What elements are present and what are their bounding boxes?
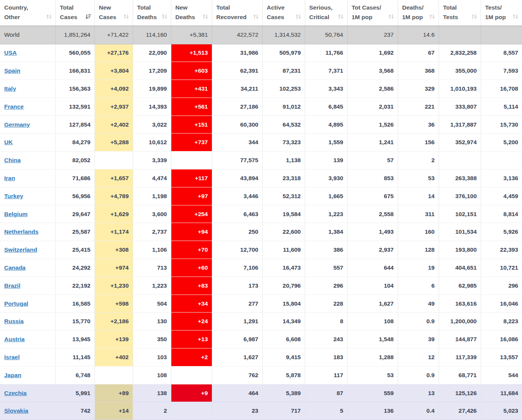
cell-total-tests: 193,800: [439, 241, 481, 259]
country-link[interactable]: Netherlands: [4, 228, 39, 235]
column-header-total-deaths[interactable]: Total Deaths: [133, 0, 171, 26]
cell-total-cases: 82,052: [55, 151, 94, 169]
country-link[interactable]: Italy: [4, 85, 16, 92]
country-link[interactable]: Canada: [4, 264, 26, 271]
country-link[interactable]: Portugal: [4, 300, 28, 307]
column-header-total-recovered[interactable]: Total Recovered: [212, 0, 262, 26]
column-header-serious-critical[interactable]: Serious, Critical: [305, 0, 347, 26]
sort-updown-icon[interactable]: [161, 13, 168, 21]
country-link[interactable]: Israel: [4, 354, 20, 360]
cell-total-deaths: 19,899: [133, 80, 171, 98]
cell-country: Japan: [0, 366, 55, 384]
country-link[interactable]: Russia: [4, 318, 24, 324]
cell-country: Israel: [0, 348, 55, 366]
cell-country: UK: [0, 133, 55, 151]
column-header-total-tests[interactable]: Total Tests: [439, 0, 481, 26]
country-link[interactable]: Iran: [4, 175, 15, 181]
cell-cases-per-1m: 853: [347, 169, 398, 187]
column-header-new-cases[interactable]: New Cases: [94, 0, 133, 26]
column-label: Total Recovered: [216, 3, 247, 22]
country-link[interactable]: Japan: [4, 372, 21, 378]
sort-updown-icon[interactable]: [471, 13, 478, 21]
sort-updown-icon[interactable]: [429, 13, 436, 21]
cell-active-cases: 5,389: [262, 384, 305, 402]
country-link[interactable]: Turkey: [4, 193, 23, 199]
country-link[interactable]: Czechia: [4, 390, 27, 396]
column-label: Country, Other: [4, 3, 28, 22]
cell-cases-per-1m: 57: [347, 151, 398, 169]
cell-total-recovered: 1,291: [212, 313, 262, 330]
cell-new-cases: +1,629: [94, 205, 133, 223]
cell-tests-per-1m: [481, 151, 522, 169]
cell-total-cases: 560,055: [55, 44, 94, 62]
column-header-country[interactable]: Country, Other: [0, 0, 55, 26]
cell-active-cases: 64,532: [262, 116, 305, 133]
column-header-active-cases[interactable]: Active Cases: [262, 0, 305, 26]
cell-tests-per-1m: [481, 26, 522, 44]
cell-deaths-per-1m: 311: [398, 205, 439, 223]
cell-total-deaths: 3,600: [133, 205, 171, 223]
sort-updown-icon[interactable]: [123, 13, 130, 21]
country-link[interactable]: France: [4, 103, 24, 110]
sort-updown-icon[interactable]: [295, 13, 302, 21]
table-row: Israel11,145+402103+21,6279,4151831,2881…: [0, 348, 522, 366]
cell-new-cases: +1,657: [94, 169, 133, 187]
cell-tests-per-1m: 11,684: [481, 384, 522, 402]
sort-updown-icon[interactable]: [388, 13, 395, 21]
country-link[interactable]: Austria: [4, 336, 24, 342]
cell-total-cases: 22,192: [55, 277, 94, 295]
table-row: Spain166,831+3,80417,209+60362,39187,231…: [0, 62, 522, 80]
cell-active-cases: 15,804: [262, 295, 305, 313]
country-link[interactable]: Brazil: [4, 282, 20, 289]
column-header-new-deaths[interactable]: New Deaths: [171, 0, 212, 26]
cell-tests-per-1m: 15,730: [481, 116, 522, 133]
table-row: UK84,279+5,28810,612+73734473,3231,5591,…: [0, 133, 522, 151]
country-link[interactable]: Belgium: [4, 211, 28, 217]
cell-cases-per-1m: 3,568: [347, 62, 398, 80]
cell-new-deaths: +94: [171, 223, 212, 241]
cell-serious-critical: 1,223: [305, 205, 347, 223]
sort-updown-icon[interactable]: [252, 13, 259, 21]
cell-total-deaths: 4,474: [133, 169, 171, 187]
sort-updown-icon[interactable]: [46, 13, 52, 21]
cell-new-deaths: +1,513: [171, 44, 212, 62]
cell-new-cases: +308: [94, 241, 133, 259]
country-link[interactable]: Switzerland: [4, 246, 37, 253]
cell-serious-critical: 243: [305, 330, 347, 348]
column-header-tests-per-1m[interactable]: Tests/ 1M pop: [481, 0, 522, 26]
country-link[interactable]: China: [4, 157, 21, 163]
cell-total-deaths: 114,160: [133, 26, 171, 44]
cell-new-deaths: +151: [171, 116, 212, 133]
cell-active-cases: 52,312: [262, 187, 305, 205]
cell-total-deaths: 713: [133, 259, 171, 277]
sort-desc-icon[interactable]: [85, 13, 91, 21]
column-header-cases-per-1m[interactable]: Tot Cases/ 1M pop: [347, 0, 398, 26]
country-link[interactable]: UK: [4, 139, 13, 145]
country-link[interactable]: USA: [4, 49, 17, 56]
country-link[interactable]: Spain: [4, 67, 20, 74]
column-label: Total Cases: [60, 3, 78, 22]
cell-total-cases: 5,991: [55, 384, 94, 402]
cell-serious-critical: 4,895: [305, 116, 347, 133]
sort-updown-icon[interactable]: [337, 13, 344, 21]
cell-tests-per-1m: 544: [481, 366, 522, 384]
sort-updown-icon[interactable]: [202, 13, 209, 21]
sort-updown-icon[interactable]: [512, 13, 519, 21]
covid-stats-table: Country, OtherTotal CasesNew CasesTotal …: [0, 0, 522, 420]
country-link[interactable]: Germany: [4, 121, 30, 128]
cell-total-recovered: 43,894: [212, 169, 262, 187]
cell-total-cases: 29,647: [55, 205, 94, 223]
cell-tests-per-1m: 5,114: [481, 98, 522, 116]
cell-serious-critical: 3,930: [305, 169, 347, 187]
cell-tests-per-1m: 22,393: [481, 241, 522, 259]
cell-country: Spain: [0, 62, 55, 80]
cell-deaths-per-1m: 156: [398, 133, 439, 151]
column-header-deaths-per-1m[interactable]: Deaths/ 1M pop: [398, 0, 439, 26]
cell-country: Austria: [0, 330, 55, 348]
cell-deaths-per-1m: 19: [398, 259, 439, 277]
country-link[interactable]: Slovakia: [4, 407, 28, 414]
cell-cases-per-1m: 1,526: [347, 116, 398, 133]
cell-serious-critical: 87: [305, 384, 347, 402]
cell-new-cases: +71,422: [94, 26, 133, 44]
column-header-total-cases[interactable]: Total Cases: [55, 0, 94, 26]
